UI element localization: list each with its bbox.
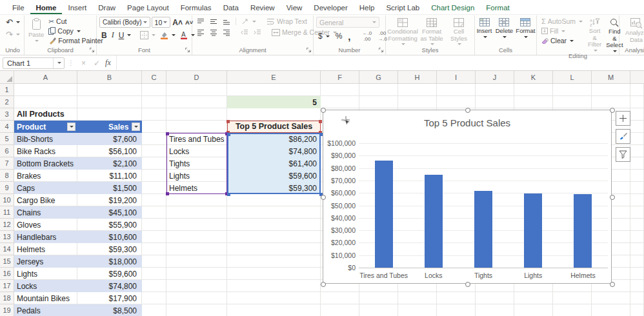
number-dialog-launcher[interactable] [378, 47, 384, 53]
conditional-formatting-button[interactable]: Conditional Formatting [388, 17, 417, 45]
ribbon-tab-view[interactable]: View [281, 2, 308, 14]
row-header-6[interactable]: 6 [0, 145, 14, 157]
ribbon-tab-developer[interactable]: Developer [308, 2, 353, 14]
chart-selection-handle[interactable] [610, 282, 615, 287]
table-row[interactable]: $45,100 [77, 206, 142, 219]
table-row[interactable]: Pedals [14, 304, 77, 316]
top5-category-cell[interactable]: Lights [166, 170, 227, 182]
row-header-16[interactable]: 16 [0, 268, 14, 280]
table-row[interactable]: Chains [14, 206, 77, 219]
autosum-button[interactable]: ΣAutoSum [539, 17, 585, 26]
column-header-i[interactable]: I [437, 71, 476, 84]
table-row[interactable]: Caps [14, 182, 77, 194]
align-middle-button[interactable] [208, 17, 219, 26]
insert-cells-button[interactable]: Insert [476, 17, 494, 38]
chart-bar[interactable] [574, 194, 592, 268]
font-name-combo[interactable]: Calibri (Body) [99, 17, 150, 28]
row-header-3[interactable]: 3 [0, 108, 14, 121]
ribbon-tab-insert[interactable]: Insert [62, 2, 92, 14]
table-row[interactable]: $19,200 [77, 194, 142, 206]
ribbon-tab-format[interactable]: Format [480, 2, 515, 14]
row-header-10[interactable]: 10 [0, 194, 14, 206]
chart-bar[interactable] [524, 193, 542, 268]
borders-button[interactable] [138, 30, 157, 40]
filter-dropdown-icon[interactable] [67, 123, 75, 131]
filter-dropdown-icon[interactable] [132, 123, 140, 131]
italic-button[interactable]: I [110, 30, 116, 41]
name-box[interactable]: Chart 1 [3, 57, 65, 69]
format-as-table-button[interactable]: Format as Table [418, 17, 445, 45]
align-bottom-button[interactable] [221, 17, 232, 26]
column-header-a[interactable]: A [14, 71, 77, 84]
chart-filters-button[interactable] [616, 147, 630, 162]
table-row[interactable]: $56,100 [77, 145, 142, 157]
table-row[interactable]: $59,600 [77, 268, 142, 280]
table-row[interactable]: Mountain Bikes [14, 292, 77, 304]
table-row[interactable]: Handlebars [14, 231, 77, 243]
table-row[interactable]: Locks [14, 280, 77, 292]
row-header-12[interactable]: 12 [0, 219, 14, 231]
font-size-combo[interactable]: 10 [152, 17, 171, 28]
table-row[interactable]: $59,300 [77, 243, 142, 255]
column-header-d[interactable]: D [166, 71, 227, 84]
chart-elements-button[interactable] [616, 111, 630, 126]
table-row[interactable]: $8,500 [77, 304, 142, 316]
select-all-corner[interactable] [0, 71, 14, 84]
chart-styles-button[interactable] [616, 129, 630, 144]
cell-e2-top-n[interactable]: 5 [227, 96, 321, 108]
table-row[interactable]: $74,800 [77, 280, 142, 292]
row-header-9[interactable]: 9 [0, 182, 14, 194]
column-header-l[interactable]: L [553, 71, 592, 84]
fill-button[interactable]: Fill [539, 26, 585, 35]
delete-cells-button[interactable]: Delete [494, 17, 514, 38]
comma-button[interactable]: , [346, 30, 352, 43]
top5-value-cell[interactable]: $74,800 [227, 145, 321, 157]
top5-category-cell[interactable]: Helmets [166, 182, 227, 194]
increase-decimal-button[interactable]: ←.0.00 [361, 30, 374, 43]
undo-button[interactable]: ↶ [4, 17, 22, 28]
alignment-dialog-launcher[interactable] [306, 47, 312, 53]
column-header-m[interactable]: M [592, 71, 630, 84]
row-header-17[interactable]: 17 [0, 280, 14, 292]
row-header-18[interactable]: 18 [0, 292, 14, 304]
column-header-f[interactable]: F [321, 71, 359, 84]
underline-button[interactable]: U [117, 30, 134, 41]
row-header-4[interactable]: 4 [0, 121, 14, 133]
table-row[interactable]: Lights [14, 268, 77, 280]
table-row[interactable]: $11,100 [77, 170, 142, 182]
row-header-13[interactable]: 13 [0, 231, 14, 243]
align-right-button[interactable] [221, 28, 232, 37]
top5-category-cell[interactable]: Tires and Tubes [166, 133, 227, 145]
currency-button[interactable]: $ [316, 31, 332, 41]
row-header-7[interactable]: 7 [0, 157, 14, 170]
table-row[interactable]: Brakes [14, 170, 77, 182]
align-left-button[interactable] [195, 28, 206, 37]
row-header-14[interactable]: 14 [0, 243, 14, 255]
percent-button[interactable]: % [334, 31, 345, 41]
font-dialog-launcher[interactable] [185, 47, 190, 53]
chart-title[interactable]: Top 5 Product Sales [323, 117, 611, 128]
cell-e4-top5-title[interactable]: Top 5 Product Sales [227, 121, 321, 133]
chart-selection-handle[interactable] [321, 282, 326, 287]
chart-bar[interactable] [375, 161, 393, 268]
redo-button[interactable]: ↷ [4, 29, 22, 40]
analyze-data-button[interactable]: Analyze Data [622, 17, 644, 43]
column-header-e[interactable]: E [227, 71, 321, 84]
row-header-8[interactable]: 8 [0, 170, 14, 182]
ribbon-tab-file[interactable]: File [6, 2, 30, 14]
table-row[interactable]: $7,600 [77, 133, 142, 145]
column-header-h[interactable]: H [398, 71, 437, 84]
table-row[interactable]: Jerseys [14, 255, 77, 268]
column-header-b[interactable]: B [77, 71, 142, 84]
row-header-11[interactable]: 11 [0, 206, 14, 219]
ribbon-tab-help[interactable]: Help [354, 2, 381, 14]
row-header-5[interactable]: 5 [0, 133, 14, 145]
top5-value-cell[interactable]: $59,600 [227, 170, 321, 182]
table-row[interactable]: Helmets [14, 243, 77, 255]
table-row[interactable]: Bike Racks [14, 145, 77, 157]
cell-a3-section-label[interactable]: All Products [17, 108, 120, 121]
top5-value-cell[interactable]: $61,400 [227, 157, 321, 170]
chart-bar[interactable] [474, 191, 492, 268]
ribbon-tab-review[interactable]: Review [245, 2, 281, 14]
sort-filter-button[interactable]: AZ Sort & Filter [587, 17, 603, 52]
